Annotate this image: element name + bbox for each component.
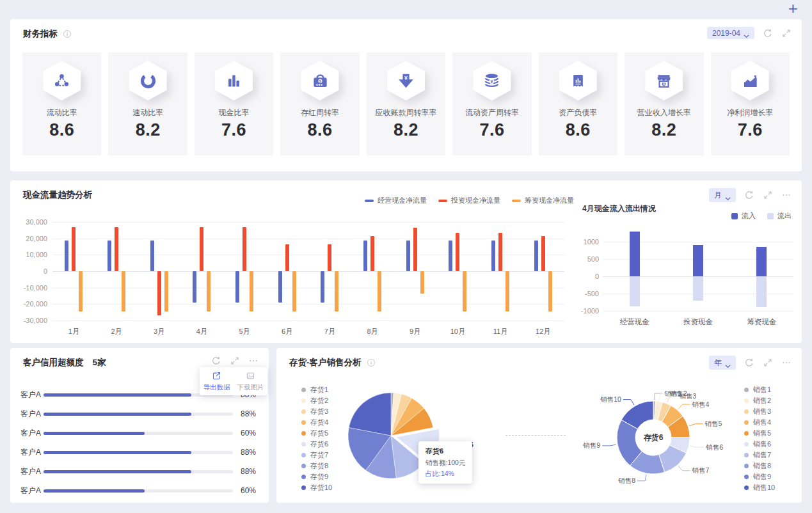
bar-投资现金净流量[interactable] bbox=[243, 227, 246, 271]
bar-经营现金净流量[interactable] bbox=[363, 241, 367, 271]
bar-流入[interactable] bbox=[693, 245, 703, 276]
bar-筹资现金净流量[interactable] bbox=[506, 271, 509, 312]
bar-筹资现金净流量[interactable] bbox=[548, 271, 552, 312]
credit-bar-track[interactable] bbox=[44, 432, 233, 435]
expand-icon[interactable] bbox=[763, 358, 773, 368]
legend-item[interactable]: 销售8 bbox=[744, 461, 775, 471]
legend-item[interactable]: 存货2 bbox=[301, 395, 332, 406]
bar-经营现金净流量[interactable] bbox=[278, 271, 282, 303]
bar-经营现金净流量[interactable] bbox=[321, 271, 324, 303]
bar-筹资现金净流量[interactable] bbox=[292, 271, 296, 312]
legend-item[interactable]: 筹资现金净流量 bbox=[512, 196, 574, 205]
legend-item[interactable]: 存货1 bbox=[301, 384, 332, 395]
legend-item[interactable]: 流入 bbox=[731, 211, 756, 221]
metric-card[interactable]: 净利润增长率 7.6 bbox=[711, 52, 790, 155]
metric-card[interactable]: 速动比率 8.2 bbox=[108, 52, 187, 155]
legend-item[interactable]: 销售5 bbox=[744, 428, 775, 439]
bar-投资现金净流量[interactable] bbox=[328, 244, 331, 271]
bar-经营现金净流量[interactable] bbox=[150, 241, 154, 271]
bar-筹资现金净流量[interactable] bbox=[250, 271, 253, 312]
legend-item[interactable]: 投资现金净流量 bbox=[438, 196, 500, 205]
bar-流入[interactable] bbox=[756, 247, 767, 276]
bar-流出[interactable] bbox=[756, 276, 767, 307]
bar-经营现金净流量[interactable] bbox=[235, 271, 239, 303]
period-selector[interactable]: 年 bbox=[709, 356, 736, 370]
bar-经营现金净流量[interactable] bbox=[107, 241, 111, 271]
bar-流入[interactable] bbox=[630, 232, 640, 276]
bar-投资现金净流量[interactable] bbox=[115, 227, 118, 271]
legend-item[interactable]: 销售6 bbox=[744, 439, 775, 450]
period-selector[interactable]: 月 bbox=[709, 188, 736, 202]
metric-card[interactable]: ¥ 流动资产周转率 7.6 bbox=[452, 52, 531, 155]
legend-item[interactable]: 流出 bbox=[767, 211, 792, 221]
bar-投资现金净流量[interactable] bbox=[285, 244, 289, 271]
bar-投资现金净流量[interactable] bbox=[72, 227, 76, 271]
more-icon[interactable] bbox=[248, 356, 259, 366]
bar-投资现金净流量[interactable] bbox=[200, 227, 203, 271]
bar-筹资现金净流量[interactable] bbox=[164, 271, 168, 312]
bar-筹资现金净流量[interactable] bbox=[79, 271, 83, 312]
credit-bar-track[interactable] bbox=[44, 470, 233, 473]
info-icon[interactable] bbox=[63, 29, 72, 38]
metric-card[interactable]: 资产负债率 8.6 bbox=[539, 52, 617, 155]
sales-donut-chart[interactable]: 销售1销售2销售3销售4销售5销售6销售7销售8销售9销售10存货6 bbox=[552, 371, 763, 502]
more-icon[interactable] bbox=[781, 190, 792, 200]
info-icon[interactable] bbox=[367, 358, 376, 367]
bar-投资现金净流量[interactable] bbox=[456, 233, 459, 271]
bar-流出[interactable] bbox=[630, 276, 640, 306]
refresh-icon[interactable] bbox=[763, 28, 773, 38]
bar-投资现金净流量[interactable] bbox=[413, 228, 417, 271]
bar-经营现金净流量[interactable] bbox=[449, 241, 452, 271]
bar-筹资现金净流量[interactable] bbox=[122, 271, 125, 312]
bar-投资现金净流量[interactable] bbox=[541, 236, 545, 271]
bar-投资现金净流量[interactable] bbox=[498, 233, 502, 271]
refresh-icon[interactable] bbox=[744, 190, 754, 200]
legend-item[interactable]: 销售2 bbox=[744, 395, 775, 406]
credit-bar-track[interactable] bbox=[44, 451, 233, 454]
bar-流出[interactable] bbox=[693, 276, 703, 301]
refresh-icon[interactable] bbox=[211, 356, 221, 366]
metric-card[interactable]: 流动比率 8.6 bbox=[22, 52, 101, 155]
expand-icon[interactable] bbox=[763, 190, 773, 200]
legend-item[interactable]: 存货10 bbox=[301, 482, 332, 493]
metric-card[interactable]: $ 存红周转率 8.6 bbox=[280, 52, 359, 155]
metric-card[interactable]: 现金比率 7.6 bbox=[195, 52, 273, 155]
legend-item[interactable]: 存货7 bbox=[301, 450, 332, 461]
legend-item[interactable]: 存货9 bbox=[301, 471, 332, 482]
bar-筹资现金净流量[interactable] bbox=[420, 271, 424, 294]
legend-item[interactable]: 存货8 bbox=[301, 461, 332, 471]
export-data-menu-item[interactable]: 导出数据 bbox=[200, 371, 234, 392]
plus-icon[interactable]: + bbox=[788, 0, 798, 17]
bar-投资现金净流量[interactable] bbox=[157, 271, 161, 315]
bar-经营现金净流量[interactable] bbox=[406, 241, 410, 271]
bar-经营现金净流量[interactable] bbox=[491, 241, 495, 271]
legend-item[interactable]: 存货4 bbox=[301, 417, 332, 428]
legend-item[interactable]: 销售7 bbox=[744, 450, 775, 461]
more-icon[interactable] bbox=[781, 358, 792, 368]
legend-item[interactable]: 销售10 bbox=[744, 482, 775, 493]
bar-筹资现金净流量[interactable] bbox=[335, 271, 338, 312]
cashflow-trend-chart[interactable]: 30,00020,00010,0000-10,000-20,000-30,000… bbox=[26, 206, 589, 337]
bar-筹资现金净流量[interactable] bbox=[463, 271, 466, 312]
legend-item[interactable]: 销售9 bbox=[744, 471, 775, 482]
expand-icon[interactable] bbox=[781, 28, 792, 38]
date-selector[interactable]: 2019-04 bbox=[707, 27, 754, 39]
legend-item[interactable]: 存货3 bbox=[301, 406, 332, 417]
legend-item[interactable]: 销售4 bbox=[744, 417, 775, 428]
expand-icon[interactable] bbox=[230, 356, 240, 366]
bar-经营现金净流量[interactable] bbox=[534, 241, 538, 271]
legend-item[interactable]: 销售1 bbox=[744, 384, 775, 395]
refresh-icon[interactable] bbox=[744, 358, 754, 368]
legend-item[interactable]: 销售3 bbox=[744, 406, 775, 417]
credit-bar-track[interactable] bbox=[44, 413, 233, 416]
bar-筹资现金净流量[interactable] bbox=[378, 271, 381, 312]
bar-经营现金净流量[interactable] bbox=[193, 271, 196, 303]
bar-筹资现金净流量[interactable] bbox=[207, 271, 211, 312]
metric-card[interactable]: $ 营业收入增长率 8.2 bbox=[625, 52, 703, 155]
bar-投资现金净流量[interactable] bbox=[370, 236, 374, 271]
download-image-menu-item[interactable]: 下载图片 bbox=[234, 371, 267, 392]
legend-item[interactable]: 存货5 bbox=[301, 428, 332, 439]
legend-item[interactable]: 存货6 bbox=[301, 439, 332, 450]
legend-item[interactable]: 经营现金净流量 bbox=[365, 196, 427, 205]
april-inout-chart[interactable]: 10005000-500-1000经营现金投资现金筹资现金 bbox=[576, 230, 800, 330]
